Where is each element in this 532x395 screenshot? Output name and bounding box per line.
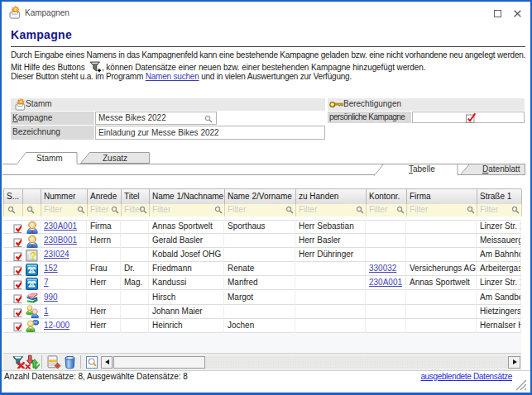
svg-text:?: ? xyxy=(30,250,36,262)
